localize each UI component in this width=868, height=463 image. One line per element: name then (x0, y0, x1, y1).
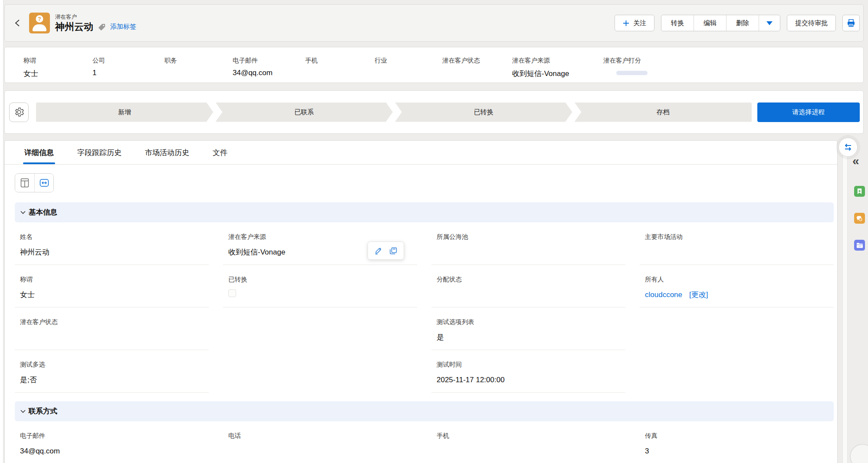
process-stage-3[interactable]: 存档 (575, 103, 752, 122)
collapse-panel-button[interactable]: « (852, 155, 859, 168)
summary-field-label: 行业 (375, 56, 439, 65)
add-tag-link[interactable]: 添加标签 (110, 23, 136, 31)
printer-icon (847, 19, 855, 27)
bookmark-rail-button[interactable] (854, 186, 865, 197)
field-value: cloudccone[更改] (645, 289, 834, 301)
process-stage-1[interactable]: 已联系 (216, 103, 393, 122)
detail-sections: 基本信息姓名神州云动潜在客户来源收到短信-Vonage所属公海池 主要市场活动 … (5, 202, 837, 463)
summary-field-label: 潜在客户状态 (442, 56, 509, 65)
field-value: 是 (437, 332, 625, 343)
left-edge-strip (0, 0, 3, 463)
detail-tabs: 详细信息字段跟踪历史市场活动历史文件 (5, 141, 837, 165)
single-column-view-button[interactable] (15, 174, 34, 192)
copy-icon[interactable] (390, 247, 397, 255)
lead-score-bar (616, 71, 648, 75)
summary-field-value (442, 69, 509, 78)
tab-2[interactable]: 市场活动历史 (133, 141, 201, 164)
field-label: 电子邮件 (20, 432, 209, 440)
select-process-button[interactable]: 请选择进程 (757, 103, 860, 122)
section-title: 联系方式 (29, 407, 57, 416)
tag-icon (98, 23, 106, 31)
edit-button[interactable]: 编辑 (694, 15, 726, 31)
summary-field-6: 潜在客户状态 (442, 56, 512, 83)
summary-field-value (305, 69, 371, 78)
summary-field-value: 1 (92, 69, 161, 78)
field-cell: 手机 (431, 421, 625, 463)
field-cell: 传真3 (640, 421, 834, 463)
owner-link[interactable]: cloudccone (645, 291, 682, 299)
field-label: 潜在客户来源 (228, 233, 417, 241)
process-stage-0[interactable]: 新增 (36, 103, 214, 122)
field-hover-actions (368, 241, 404, 260)
chevron-left-icon (14, 19, 20, 27)
summary-field-label: 手机 (305, 56, 371, 65)
more-actions-button[interactable] (759, 15, 780, 31)
field-cell: 潜在客户来源收到短信-Vonage (223, 222, 417, 265)
tab-3[interactable]: 文件 (201, 141, 239, 164)
avatar-question-mark: ? (36, 15, 43, 23)
process-settings-button[interactable] (9, 103, 29, 122)
field-row: 电子邮件34@qq.com电话 手机 传真3 (15, 421, 834, 463)
bookmark-star-icon (856, 188, 863, 195)
field-cell: 所有人cloudccone[更改] (640, 265, 834, 308)
follow-button[interactable]: 关注 (615, 15, 654, 31)
wide-view-button[interactable] (34, 174, 53, 192)
field-cell: 称谓女士 (15, 265, 209, 308)
summary-field-2: 职务 (164, 56, 233, 83)
summary-field-label: 潜在客户来源 (512, 56, 600, 65)
record-action-group: 转换 编辑 删除 (661, 15, 780, 31)
field-label: 传真 (645, 432, 834, 440)
empty-cell (640, 308, 834, 350)
layout-columns-icon (20, 178, 29, 188)
gear-icon (14, 107, 24, 117)
summary-field-value: 收到短信-Vonage (512, 69, 600, 79)
tab-0[interactable]: 详细信息 (13, 141, 66, 164)
field-value: 34@qq.com (20, 446, 209, 457)
chevron-down-icon (20, 410, 26, 413)
section-header-0[interactable]: 基本信息 (15, 202, 834, 222)
field-cell: 潜在客户状态 (15, 308, 209, 350)
print-button[interactable] (842, 15, 860, 31)
chat-rail-button[interactable] (854, 213, 865, 224)
field-cell: 测试选项列表是 (431, 308, 625, 350)
field-label: 已转换 (228, 275, 417, 284)
related-panel-handle[interactable] (842, 155, 848, 463)
field-row: 潜在客户状态 测试选项列表是 (15, 308, 834, 350)
field-cell: 姓名神州云动 (15, 222, 209, 265)
empty-cell (223, 308, 417, 350)
field-value (437, 446, 625, 457)
summary-bar: 称谓女士公司1职务 电子邮件34@qq.com手机 行业 潜在客户状态 潜在客户… (4, 47, 864, 83)
field-cell: 主要市场活动 (640, 222, 834, 265)
summary-field-value: 34@qq.com (233, 69, 302, 78)
field-cell: 已转换 (223, 265, 417, 308)
tab-1[interactable]: 字段跟踪历史 (66, 141, 133, 164)
field-row: 姓名神州云动潜在客户来源收到短信-Vonage所属公海池 主要市场活动 (15, 222, 834, 265)
plus-icon (623, 20, 629, 26)
convert-button[interactable]: 转换 (661, 15, 694, 31)
submit-approval-button[interactable]: 提交待审批 (787, 15, 836, 31)
chat-icon (856, 215, 863, 222)
section-header-1[interactable]: 联系方式 (15, 401, 834, 421)
process-stage-bar: 新增已联系已转换存档 (36, 103, 752, 122)
field-cell: 电子邮件34@qq.com (15, 421, 209, 463)
summary-field-label: 称谓 (23, 56, 89, 65)
entity-type-label: 潜在客户 (55, 14, 136, 20)
owner-change-link[interactable]: [更改] (689, 291, 708, 299)
horizontal-arrows-icon (39, 178, 49, 188)
field-value: 女士 (20, 289, 209, 301)
field-value: 2025-11-17 12:00:00 (437, 374, 625, 386)
converted-checkbox[interactable] (228, 289, 236, 297)
swap-arrows-icon (844, 143, 852, 151)
files-rail-button[interactable] (854, 240, 865, 251)
field-label: 电话 (228, 432, 417, 440)
floating-button-partial[interactable] (850, 444, 868, 463)
summary-field-value (375, 69, 439, 78)
field-cell: 测试多选是;否 (15, 350, 209, 393)
delete-button[interactable]: 删除 (726, 15, 759, 31)
process-bar: 新增已联系已转换存档 请选择进程 (4, 90, 864, 134)
back-button[interactable] (12, 17, 23, 30)
field-value (437, 247, 625, 258)
edit-icon[interactable] (375, 247, 382, 255)
summary-field-1: 公司1 (92, 56, 164, 83)
process-stage-2[interactable]: 已转换 (395, 103, 572, 122)
